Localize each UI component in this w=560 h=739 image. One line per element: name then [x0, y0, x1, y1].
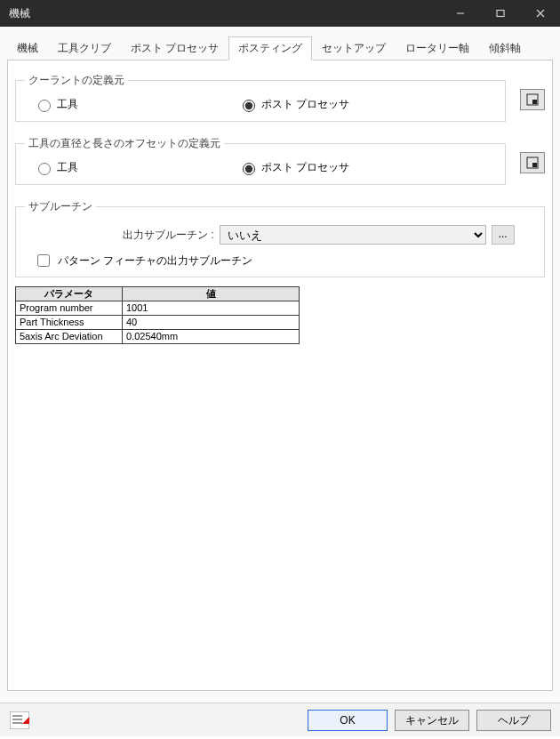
coolant-radio-post[interactable]: ポスト プロセッサ: [238, 97, 349, 112]
tab-bar: 機械 工具クリブ ポスト プロセッサ ポスティング セットアップ ロータリー軸 …: [0, 27, 560, 60]
svg-rect-5: [532, 100, 537, 104]
table-row[interactable]: Part Thickness 40: [16, 316, 300, 330]
tab-post-proc[interactable]: ポスト プロセッサ: [121, 36, 228, 60]
coolant-radio-post-label: ポスト プロセッサ: [261, 97, 349, 112]
output-subroutine-browse-button[interactable]: ...: [492, 225, 515, 245]
tab-tool-crib[interactable]: 工具クリブ: [48, 36, 121, 60]
cancel-button[interactable]: キャンセル: [395, 710, 469, 731]
param-value-cell[interactable]: 0.02540mm: [123, 330, 300, 344]
minimize-button[interactable]: [440, 0, 480, 27]
table-header-param: パラメータ: [16, 287, 123, 301]
group-coolant-legend: クーラントの定義元: [25, 73, 128, 88]
group-offset: 工具の直径と長さのオフセットの定義元 工具 ポスト プロセッサ: [15, 136, 506, 185]
tab-setup[interactable]: セットアップ: [312, 36, 396, 60]
param-value-cell[interactable]: 40: [123, 316, 300, 330]
ok-button[interactable]: OK: [308, 710, 388, 731]
tab-tilt-axis[interactable]: 傾斜軸: [479, 36, 531, 60]
coolant-radio-tool[interactable]: 工具: [34, 97, 238, 112]
close-button[interactable]: [520, 0, 560, 27]
pattern-feature-checkbox-label: パターン フィーチャの出力サブルーチン: [58, 253, 252, 269]
offset-radio-tool[interactable]: 工具: [34, 160, 238, 175]
title-bar: 機械: [0, 0, 560, 27]
group-coolant: クーラントの定義元 工具 ポスト プロセッサ: [15, 73, 506, 122]
offset-config-button[interactable]: [520, 152, 545, 173]
param-name-cell: Part Thickness: [16, 316, 123, 330]
output-subroutine-label: 出力サブルーチン :: [123, 228, 214, 243]
svg-rect-1: [497, 11, 504, 17]
tab-rotary-axis[interactable]: ロータリー軸: [396, 36, 479, 60]
offset-radio-post-label: ポスト プロセッサ: [261, 160, 349, 175]
window-title: 機械: [9, 6, 440, 21]
group-subroutine-legend: サブルーチン: [25, 199, 96, 214]
help-button[interactable]: ヘルプ: [476, 710, 551, 731]
svg-rect-7: [532, 163, 537, 167]
coolant-config-button[interactable]: [520, 89, 545, 110]
parameters-table: パラメータ 値 Program number 1001 Part Thickne…: [15, 286, 300, 344]
table-row[interactable]: 5axis Arc Deviation 0.02540mm: [16, 330, 300, 344]
table-header-value: 値: [123, 287, 300, 301]
offset-radio-tool-label: 工具: [57, 160, 78, 175]
pattern-feature-checkbox[interactable]: [37, 254, 50, 267]
tab-panel-posting: クーラントの定義元 工具 ポスト プロセッサ 工具の直: [7, 60, 553, 691]
group-offset-legend: 工具の直径と長さのオフセットの定義元: [25, 136, 224, 151]
coolant-radio-tool-label: 工具: [57, 97, 78, 112]
dialog-button-bar: OK キャンセル ヘルプ: [0, 703, 560, 736]
tab-machine[interactable]: 機械: [7, 36, 48, 60]
offset-radio-post[interactable]: ポスト プロセッサ: [238, 160, 349, 175]
param-name-cell: Program number: [16, 301, 123, 316]
offset-radio-tool-input[interactable]: [38, 163, 51, 175]
client-area: 機械 工具クリブ ポスト プロセッサ ポスティング セットアップ ロータリー軸 …: [0, 27, 560, 703]
table-row[interactable]: Program number 1001: [16, 301, 300, 316]
tab-posting[interactable]: ポスティング: [228, 36, 312, 60]
param-name-cell: 5axis Arc Deviation: [16, 330, 123, 344]
table-header-row: パラメータ 値: [16, 287, 300, 301]
maximize-button[interactable]: [480, 0, 520, 27]
corner-app-icon[interactable]: [9, 711, 30, 730]
coolant-radio-post-input[interactable]: [243, 100, 255, 112]
group-subroutine: サブルーチン 出力サブルーチン : いいえ ... パターン フィーチャの出力サ…: [15, 199, 545, 277]
coolant-radio-tool-input[interactable]: [38, 100, 51, 112]
output-subroutine-select[interactable]: いいえ: [220, 225, 486, 245]
offset-radio-post-input[interactable]: [243, 163, 255, 175]
param-value-cell[interactable]: 1001: [123, 301, 300, 316]
